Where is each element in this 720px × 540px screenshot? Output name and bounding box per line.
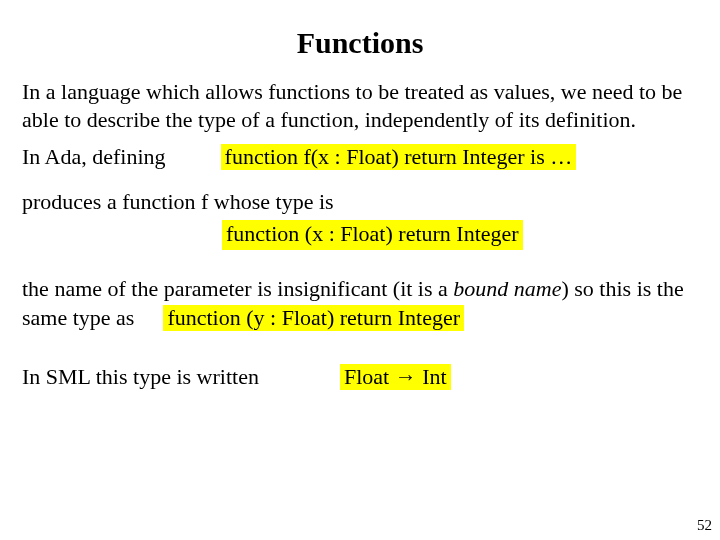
type2-code-highlight: function (y : Float) return Integer <box>163 305 464 331</box>
bound-pre: the name of the parameter is insignifica… <box>22 276 453 301</box>
produces-line: produces a function f whose type is <box>22 188 698 217</box>
bound-italic: bound name <box>453 276 561 301</box>
intro-paragraph: In a language which allows functions to … <box>22 78 698 133</box>
type1-row: function (x : Float) return Integer <box>22 220 698 250</box>
sml-code-highlight: Float → Int <box>340 364 451 390</box>
sml-row: In SML this type is written Float → Int <box>22 363 698 392</box>
ada-label: In Ada, defining <box>22 144 166 169</box>
bound-row: the name of the parameter is insignifica… <box>22 274 698 333</box>
type1-code-highlight: function (x : Float) return Integer <box>222 220 523 250</box>
ada-code-highlight: function f(x : Float) return Integer is … <box>221 144 577 170</box>
sml-label: In SML this type is written <box>22 364 259 389</box>
slide-title: Functions <box>22 26 698 60</box>
ada-row: In Ada, defining function f(x : Float) r… <box>22 143 698 172</box>
page-number: 52 <box>697 517 712 534</box>
